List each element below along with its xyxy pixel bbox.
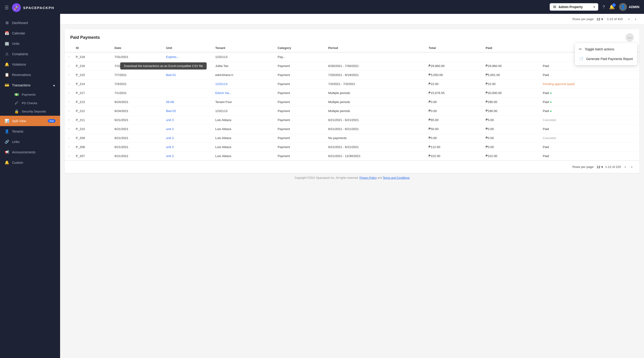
col-paid[interactable]: Paid xyxy=(483,44,540,52)
status-badge: Paid xyxy=(543,127,549,131)
col-period[interactable]: Period xyxy=(326,44,426,52)
unit-link[interactable]: 09-08 xyxy=(166,100,174,104)
cell-category: Pay... xyxy=(275,52,326,61)
sidebar-item-calendar[interactable]: 📅 Calendar xyxy=(0,28,60,38)
unit-link[interactable]: unit 3 xyxy=(166,118,174,122)
cell-paid: ₱29,960.00 xyxy=(483,61,540,70)
cell-unit[interactable]: 09-08 xyxy=(163,97,212,106)
notification-button[interactable]: 🔔 1 xyxy=(609,4,615,10)
expand-button[interactable]: › xyxy=(68,154,70,158)
cell-period: 6/21/2021 - 6/21/2021 xyxy=(326,124,426,133)
bottom-next-button[interactable]: › xyxy=(630,164,634,170)
cell-unit[interactable]: Bed 01 xyxy=(163,70,212,79)
col-unit[interactable]: Unit xyxy=(163,44,212,52)
cell-status: Paid xyxy=(540,70,640,79)
status-badge: Paid xyxy=(543,145,549,149)
user-menu[interactable]: 👤 ADMIN xyxy=(619,3,640,11)
table-row: ›P_2136/24/202109-08Tenant FourPaymentMu… xyxy=(65,97,640,106)
expand-button[interactable]: › xyxy=(68,100,70,104)
sidebar-item-units[interactable]: 🏢 Units xyxy=(0,38,60,49)
hamburger-icon[interactable]: ☰ xyxy=(4,4,10,11)
sidebar-item-label: Dashboard xyxy=(12,21,56,25)
unit-link[interactable]: unit 3 xyxy=(166,127,174,131)
cell-date: 7/7/2021 xyxy=(112,70,163,79)
sidebar-item-security-deposits[interactable]: 🔒 Security Deposits xyxy=(12,107,60,116)
app-logo: 🚀 xyxy=(12,3,21,12)
toggle-batch-actions-item[interactable]: ✏ Toggle batch actions xyxy=(575,44,637,54)
expand-button[interactable]: › xyxy=(68,73,70,77)
sidebar-item-violations[interactable]: 🔔 Violations xyxy=(0,59,60,69)
generate-report-item[interactable]: 📄 Generate Paid Payments Report xyxy=(575,54,637,64)
help-button[interactable]: ? xyxy=(602,4,605,10)
sidebar-item-links[interactable]: 🔗 Links xyxy=(0,136,60,147)
cell-unit[interactable]: unit 3 xyxy=(163,124,212,133)
expand-button[interactable]: › xyxy=(68,91,70,95)
expand-button[interactable]: › xyxy=(68,64,70,68)
sidebar-item-pd-checks[interactable]: 🖊 PD Checks xyxy=(12,99,60,107)
col-tenant[interactable]: Tenant xyxy=(212,44,275,52)
more-options-button[interactable]: ··· xyxy=(626,33,634,41)
unit-link[interactable]: unit 1 xyxy=(166,64,174,68)
sidebar-item-complaints[interactable]: ⚠ Complaints xyxy=(0,49,60,59)
sidebar-item-split-view[interactable]: 📊 Split View true xyxy=(0,116,60,126)
sidebar-item-tenants[interactable]: 👤 Tenants xyxy=(0,126,60,136)
col-id[interactable]: ID xyxy=(73,44,112,52)
expand-button[interactable]: › xyxy=(68,136,70,140)
next-page-button[interactable]: › xyxy=(633,16,638,22)
expand-button[interactable]: › xyxy=(68,145,70,149)
cell-unit[interactable]: unit 1 xyxy=(163,61,212,70)
unit-link[interactable]: unit 3 xyxy=(166,136,174,140)
cell-total: ₱0.00 xyxy=(426,133,483,142)
status-badge: Paid xyxy=(543,100,549,104)
cell-total: ₱0.00 xyxy=(426,106,483,115)
cell-tenant: 1232113 xyxy=(212,52,275,61)
dashboard-icon: ⊞ xyxy=(4,20,9,25)
cell-period: 7/3/2021 - 7/3/2021 xyxy=(326,79,426,88)
expand-button[interactable]: › xyxy=(68,127,70,131)
cell-unit[interactable]: unit 3 xyxy=(163,151,212,161)
property-selector[interactable]: 🏛 Admin Property ▾ xyxy=(550,3,598,11)
cell-category: Payment xyxy=(275,115,326,124)
expand-button[interactable]: › xyxy=(68,82,70,86)
sidebar-item-custom[interactable]: 🔔 Custom xyxy=(0,157,60,168)
cell-paid: ₱222.00 xyxy=(483,151,540,161)
unit-link[interactable]: unit 3 xyxy=(166,154,174,158)
cell-unit[interactable]: Bed 02 xyxy=(163,106,212,115)
cell-unit[interactable]: unit 3 xyxy=(163,133,212,142)
cell-unit[interactable]: Expires... xyxy=(163,52,212,61)
privacy-policy-link[interactable]: Privacy Policy xyxy=(360,176,377,179)
cell-date: 7/3/2021 xyxy=(112,79,163,88)
rows-per-page-select[interactable]: 12 ▾ xyxy=(596,17,603,21)
sidebar-item-label: Payments xyxy=(22,93,58,96)
sidebar-item-dashboard[interactable]: ⊞ Dashboard xyxy=(0,17,60,28)
sidebar-item-announcements[interactable]: 📢 Announcements xyxy=(0,147,60,157)
expand-button[interactable]: › xyxy=(68,109,70,113)
bottom-rows-select[interactable]: 12 ▾ xyxy=(596,165,603,169)
status-badge: Pending approval (paid) xyxy=(543,82,575,86)
bottom-pagination-range: 1-12 of 220 xyxy=(605,165,621,169)
unit-link[interactable]: Bed 01 xyxy=(166,73,176,77)
col-category[interactable]: Category xyxy=(275,44,326,52)
cell-total xyxy=(426,52,483,61)
sidebar-item-payments[interactable]: 💵 Payments xyxy=(12,90,60,99)
tenant-link[interactable]: Edrich Ha... xyxy=(215,91,232,95)
col-date[interactable]: Date xyxy=(112,44,163,52)
sidebar-item-transactions[interactable]: 💳 Transactions ▲ xyxy=(0,80,60,90)
sidebar-item-label: Tenants xyxy=(12,130,56,133)
tenant-link[interactable]: 1232113 xyxy=(215,82,228,86)
bottom-prev-button[interactable]: ‹ xyxy=(623,164,627,170)
cell-unit[interactable]: unit 3 xyxy=(163,142,212,151)
unit-link[interactable]: unit 3 xyxy=(166,145,174,149)
expand-button[interactable]: › xyxy=(68,55,70,59)
cell-unit[interactable]: unit 3 xyxy=(163,115,212,124)
prev-page-button[interactable]: ‹ xyxy=(627,16,631,22)
col-total[interactable]: Total xyxy=(426,44,483,52)
sidebar-item-reservations[interactable]: 📋 Reservations xyxy=(0,69,60,80)
terms-link[interactable]: Terms and Conditions xyxy=(383,176,410,179)
sidebar-item-label: Violations xyxy=(12,63,56,66)
unit-link[interactable]: Expires... xyxy=(166,55,179,59)
unit-link[interactable]: Bed 02 xyxy=(166,109,176,113)
cell-period xyxy=(326,52,426,61)
expand-button[interactable]: › xyxy=(68,118,70,122)
cell-category: Payment xyxy=(275,106,326,115)
